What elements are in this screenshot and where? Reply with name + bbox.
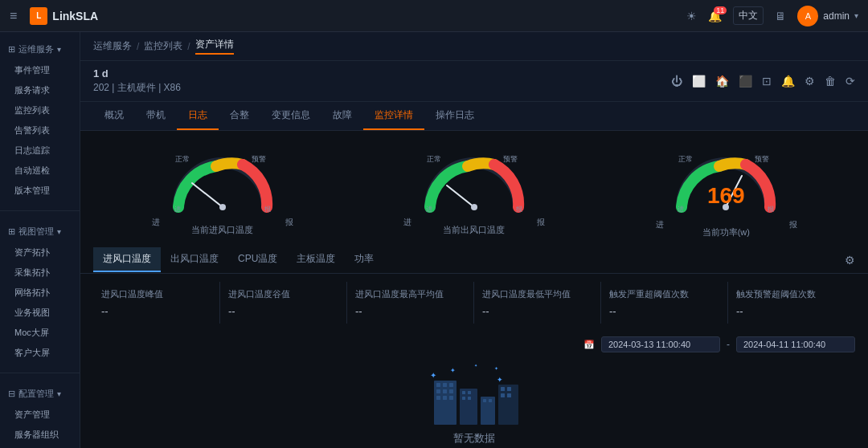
svg-text:报: 报 [264, 206, 271, 213]
alert-icon[interactable]: 🔔 [781, 75, 795, 88]
block-icon[interactable]: ⬛ [739, 75, 752, 88]
sidebar-section-ops: ⊞ 运维服务 ▾ 事件管理 服务请求 监控列表 告警列表 日志追踪 自动巡检 版… [0, 32, 80, 207]
sidebar-group-visual[interactable]: ⊞ 视图管理 ▾ [0, 221, 80, 242]
tab-machine[interactable]: 带机 [135, 102, 177, 130]
svg-text:报: 报 [767, 206, 774, 213]
gauge-chart-2: 进 正常 预警 进 报 报 [402, 147, 547, 219]
date-calendar-icon: 📅 [583, 340, 595, 350]
svg-point-3 [219, 204, 226, 210]
sidebar-section-visual: ⊞ 视图管理 ▾ 资产拓扑 采集拓扑 网络拓扑 业务视图 Moc大屏 客户大屏 [0, 214, 80, 369]
sidebar-item-service-request[interactable]: 服务请求 [0, 80, 80, 100]
tab-monitor-detail[interactable]: 监控详情 [363, 102, 424, 130]
sidebar-item-log-trace[interactable]: 日志追踪 [0, 141, 80, 161]
date-start-input[interactable] [601, 336, 720, 352]
tab-change-info[interactable]: 变更信息 [260, 102, 321, 130]
power-icon[interactable]: ⏻ [671, 75, 682, 88]
delete-icon[interactable]: 🗑 [825, 75, 836, 88]
tab-operation-log[interactable]: 操作日志 [424, 102, 485, 130]
breadcrumb-sep-2: / [187, 41, 190, 52]
svg-rect-42 [507, 387, 511, 391]
sidebar-item-auto-inspect[interactable]: 自动巡检 [0, 161, 80, 181]
tab-fault[interactable]: 故障 [321, 102, 363, 130]
sidebar: ⊞ 运维服务 ▾ 事件管理 服务请求 监控列表 告警列表 日志追踪 自动巡检 版… [0, 32, 80, 448]
sidebar-item-datacenter-cost[interactable]: 机房消费 [0, 445, 80, 448]
monitor-icon[interactable]: 🖥 [775, 10, 786, 22]
svg-rect-28 [449, 389, 453, 393]
sidebar-item-version-mgmt[interactable]: 版本管理 [0, 181, 80, 201]
tabs-bar: 概况 带机 日志 合整 变更信息 故障 监控详情 操作日志 [80, 102, 868, 131]
stat-title-3: 进风口温度最低平均值 [482, 288, 592, 300]
settings-icon[interactable]: ⚙ [805, 75, 815, 88]
sidebar-item-monitor-list[interactable]: 监控列表 [0, 100, 80, 120]
date-end-input[interactable] [736, 336, 855, 352]
sidebar-group-config[interactable]: ⊟ 配置管理 ▾ [0, 383, 80, 405]
stat-value-3: -- [482, 305, 592, 317]
svg-text:正常: 正常 [678, 155, 693, 163]
gauge-chart-1: 进 正常 预警 [150, 147, 295, 219]
svg-rect-38 [483, 399, 486, 402]
svg-rect-23 [436, 383, 440, 387]
sidebar-item-asset-topo[interactable]: 资产拓扑 [0, 242, 80, 263]
stats-grid: 进风口温度峰值 -- 进风口温度谷值 -- 进风口温度最高平均值 -- 进风口温… [80, 274, 868, 332]
asset-info: 202 | 主机硬件 | X86 [93, 81, 181, 95]
svg-text:✦: ✦ [497, 376, 503, 384]
sun-icon[interactable]: ☀ [686, 10, 697, 22]
sidebar-item-alert-list[interactable]: 告警列表 [0, 120, 80, 141]
svg-rect-31 [449, 396, 453, 400]
stat-title-4: 触发严重超阈值次数 [609, 288, 719, 300]
chart-area: ✦ ✦ ✦ [80, 357, 868, 448]
svg-rect-36 [468, 397, 471, 400]
sidebar-item-network-topo[interactable]: 网络拓扑 [0, 283, 80, 303]
sidebar-item-customer-screen[interactable]: 客户大屏 [0, 343, 80, 363]
sub-tab-board-temp[interactable]: 主板温度 [287, 247, 345, 272]
sidebar-item-collect-topo[interactable]: 采集拓扑 [0, 263, 80, 283]
sub-tab-inlet-temp[interactable]: 进风口温度 [93, 247, 161, 272]
gauges-section: 进 正常 预警 [80, 131, 868, 246]
asset-id: 1 d [93, 67, 171, 79]
breadcrumb-ops[interactable]: 运维服务 [93, 39, 132, 53]
sidebar-divider-2 [0, 373, 80, 373]
sidebar-item-asset-mgmt[interactable]: 资产管理 [0, 405, 80, 425]
stat-value-1: -- [228, 305, 338, 317]
breadcrumb-monitor[interactable]: 监控列表 [144, 39, 182, 53]
tab-combine[interactable]: 合整 [219, 102, 260, 130]
sidebar-item-server-org[interactable]: 服务器组织 [0, 425, 80, 445]
stat-item-2: 进风口温度最高平均值 -- [347, 282, 474, 324]
sidebar-item-incident[interactable]: 事件管理 [0, 60, 80, 80]
sidebar-group-ops[interactable]: ⊞ 运维服务 ▾ [0, 39, 80, 60]
sidebar-item-biz-view[interactable]: 业务视图 [0, 303, 80, 323]
home-icon[interactable]: 🏠 [715, 75, 729, 88]
svg-text:预警: 预警 [252, 155, 266, 163]
sidebar-group-visual-label: 视图管理 [18, 226, 54, 238]
stat-item-5: 触发预警超阈值次数 -- [728, 282, 855, 324]
expand-icon[interactable]: ⊡ [762, 75, 772, 88]
gauge-power: 进 正常 预警 [653, 147, 798, 238]
sub-tab-cpu-temp[interactable]: CPU温度 [228, 247, 287, 272]
stat-value-0: -- [101, 305, 211, 317]
svg-rect-33 [462, 391, 465, 394]
screen-icon[interactable]: ⬜ [692, 75, 706, 88]
logo-icon: L [30, 7, 47, 25]
sub-tab-settings-icon[interactable]: ⚙ [845, 254, 855, 267]
gauge-outlet-temp: 进 正常 预警 进 报 报 [402, 147, 547, 238]
hamburger-button[interactable]: ≡ [10, 9, 17, 23]
user-menu[interactable]: A admin ▾ [797, 6, 858, 26]
sidebar-item-moc-screen[interactable]: Moc大屏 [0, 323, 80, 343]
tab-log[interactable]: 日志 [177, 102, 219, 130]
sub-tab-outlet-temp[interactable]: 出风口温度 [161, 247, 228, 272]
sub-tab-power[interactable]: 功率 [345, 247, 383, 272]
refresh-icon[interactable]: ⟳ [845, 75, 855, 88]
svg-rect-25 [449, 383, 453, 387]
breadcrumb-asset-detail[interactable]: 资产详情 [195, 38, 234, 55]
tab-overview[interactable]: 概况 [93, 102, 135, 130]
gauge2-subtitle: 当前出风口温度 [443, 224, 505, 236]
sidebar-group-visual-icon: ⊞ [8, 226, 15, 237]
stat-item-3: 进风口温度最低平均值 -- [474, 282, 601, 324]
svg-rect-22 [434, 381, 457, 425]
lang-button[interactable]: 中文 [733, 6, 764, 25]
logo-text: LinkSLA [52, 10, 98, 22]
gauge3-wrapper: 正常 预警 进 报 [669, 147, 782, 222]
svg-rect-44 [507, 393, 511, 397]
breadcrumb: 运维服务 / 监控列表 / 资产详情 [80, 32, 868, 61]
bell-icon[interactable]: 🔔 11 [708, 10, 722, 22]
